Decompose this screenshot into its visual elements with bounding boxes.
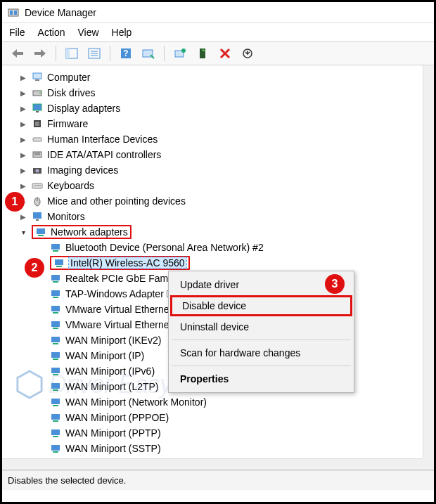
network-adapter-icon	[50, 335, 61, 346]
svg-rect-66	[51, 445, 60, 451]
status-text: Disables the selected device.	[8, 475, 126, 486]
vertical-scrollbar[interactable]	[423, 65, 434, 458]
expand-icon[interactable]: ▶	[19, 212, 27, 221]
forward-button[interactable]	[30, 44, 50, 63]
svg-point-31	[36, 169, 39, 173]
enable-button[interactable]	[193, 44, 212, 63]
ctx-scan-hardware[interactable]: Scan for hardware changes	[170, 342, 352, 363]
back-button[interactable]	[8, 44, 27, 63]
tree-item-ide[interactable]: ▶IDE ATA/ATAPI controllers	[19, 147, 434, 162]
svg-rect-64	[51, 429, 60, 435]
tree-item-computer[interactable]: ▶Computer	[19, 70, 434, 85]
tree-label: Disk drives	[47, 87, 95, 98]
tree-item-network-adapters[interactable]: ▾ Network adapters	[19, 224, 434, 240]
tree-item-wan-pptp[interactable]: WAN Miniport (PPTP)	[37, 425, 434, 441]
menu-file[interactable]: File	[9, 27, 25, 38]
tree-label: WAN Miniport (L2TP)	[65, 381, 159, 392]
svg-rect-42	[55, 259, 63, 265]
toolbar: ?	[2, 41, 434, 65]
svg-rect-65	[53, 436, 58, 437]
update-button[interactable]	[170, 44, 190, 63]
svg-rect-61	[53, 405, 58, 406]
svg-rect-1	[10, 11, 13, 15]
tree-item-hid[interactable]: ▶Human Interface Devices	[19, 131, 434, 147]
svg-rect-22	[33, 104, 41, 110]
device-tree[interactable]: ▶Computer ▶Disk drives ▶Display adapters…	[6, 70, 434, 470]
svg-text:?: ?	[123, 49, 128, 58]
expand-icon[interactable]: ▶	[19, 166, 27, 174]
expand-icon[interactable]: ▶	[19, 89, 27, 97]
tree-item-wan-sstp[interactable]: WAN Miniport (SSTP)	[37, 441, 434, 456]
tree-item-wan-pppoe[interactable]: WAN Miniport (PPPOE)	[37, 410, 434, 425]
svg-rect-59	[53, 389, 58, 391]
show-hide-tree-button[interactable]	[62, 44, 82, 63]
network-adapter-icon	[50, 396, 61, 408]
properties-button[interactable]	[84, 44, 104, 63]
tree-label: WAN Miniport (IP)	[65, 350, 144, 361]
network-adapter-icon	[50, 242, 61, 253]
tree-label: Monitors	[47, 211, 85, 222]
network-adapter-icon	[50, 319, 61, 330]
display-icon	[32, 103, 43, 114]
svg-rect-54	[51, 352, 60, 358]
callout-badge-1: 1	[5, 192, 25, 212]
ide-icon	[32, 149, 43, 160]
callout-badge-3: 3	[325, 274, 345, 294]
help-button[interactable]: ?	[116, 44, 136, 63]
tree-label: WAN Miniport (PPPOE)	[65, 412, 169, 423]
svg-rect-62	[51, 414, 60, 420]
svg-rect-60	[51, 399, 60, 404]
context-menu: 3 Update driver Disable device Uninstall…	[168, 271, 354, 393]
svg-rect-63	[53, 420, 58, 422]
svg-rect-40	[51, 244, 60, 250]
tree-label: Firmware	[47, 118, 88, 129]
network-adapter-icon	[50, 350, 61, 361]
tree-label: WAN Miniport (IPv6)	[65, 366, 155, 377]
tree-item-imaging[interactable]: ▶Imaging devices	[19, 162, 434, 178]
ctx-properties[interactable]: Properties	[170, 368, 352, 389]
menu-action[interactable]: Action	[38, 27, 65, 38]
tree-label: Keyboards	[47, 180, 94, 191]
ctx-uninstall-device[interactable]: Uninstall device	[170, 316, 352, 337]
menu-help[interactable]: Help	[112, 27, 132, 38]
tree-label: Network adapters	[51, 226, 128, 238]
expand-icon[interactable]: ▶	[19, 73, 27, 82]
collapse-icon[interactable]: ▾	[19, 228, 27, 236]
tree-item-wan-nm[interactable]: WAN Miniport (Network Monitor)	[37, 394, 434, 410]
svg-rect-50	[51, 321, 60, 327]
computer-icon	[32, 72, 43, 83]
tree-item-display-adapters[interactable]: ▶Display adapters	[19, 101, 434, 116]
toolbar-separator	[110, 46, 110, 61]
window-title: Device Manager	[25, 7, 96, 18]
tree-item-disk-drives[interactable]: ▶Disk drives	[19, 85, 434, 101]
uninstall-button[interactable]	[238, 44, 257, 63]
tree-item-intel-wireless[interactable]: Intel(R) Wireless-AC 9560	[37, 255, 434, 271]
status-bar: Disables the selected device.	[2, 470, 434, 490]
svg-rect-55	[53, 358, 58, 360]
svg-rect-19	[35, 79, 39, 81]
ctx-disable-device[interactable]: Disable device	[170, 295, 352, 316]
tree-item-mice[interactable]: ▶Mice and other pointing devices	[19, 193, 434, 209]
svg-rect-67	[53, 451, 58, 453]
svg-rect-37	[36, 219, 39, 221]
tree-item-monitors[interactable]: ▶Monitors	[19, 209, 434, 224]
svg-point-15	[181, 49, 186, 53]
expand-icon[interactable]: ▶	[19, 119, 27, 128]
menu-view[interactable]: View	[77, 27, 98, 38]
svg-rect-48	[51, 306, 60, 311]
svg-rect-47	[53, 297, 58, 298]
tree-item-keyboards[interactable]: ▶Keyboards	[19, 178, 434, 193]
disable-button[interactable]	[215, 44, 235, 63]
svg-rect-18	[33, 73, 41, 79]
network-adapter-icon	[50, 412, 61, 423]
expand-icon[interactable]: ▶	[19, 181, 27, 190]
expand-icon[interactable]: ▶	[19, 135, 27, 143]
tree-item-bluetooth[interactable]: Bluetooth Device (Personal Area Network)…	[37, 240, 434, 255]
expand-icon[interactable]: ▶	[19, 104, 27, 112]
horizontal-scrollbar[interactable]	[2, 458, 423, 470]
scan-button[interactable]	[139, 44, 158, 63]
svg-rect-41	[53, 250, 58, 252]
network-adapter-icon	[50, 381, 61, 392]
tree-item-firmware[interactable]: ▶Firmware	[19, 116, 434, 131]
expand-icon[interactable]: ▶	[19, 150, 27, 159]
